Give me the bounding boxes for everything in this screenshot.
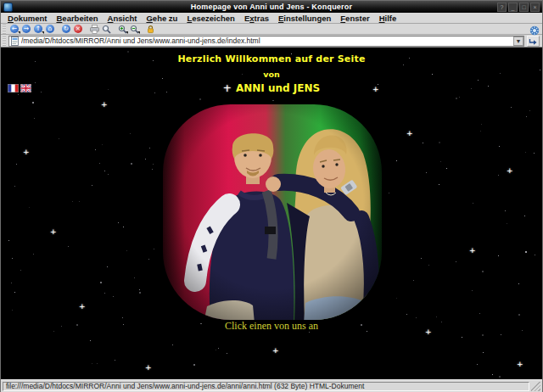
kde-gear-icon — [529, 24, 540, 39]
stop-button[interactable]: × — [72, 24, 84, 34]
menu-item-lesezeichen[interactable]: Lesezeichen — [187, 14, 235, 23]
zoom-out-button[interactable] — [128, 24, 140, 34]
click-caption-link[interactable]: Click einen von uns an — [1, 320, 542, 333]
printer-icon — [90, 25, 99, 34]
page-heading: Herzlich Willkommen auf der Seite von +A… — [1, 53, 542, 94]
menu-item-ansicht[interactable]: Ansicht — [108, 14, 137, 23]
back-button[interactable]: ← — [8, 24, 20, 34]
title-bar[interactable]: Homepage von Anni und Jens - Konqueror ?… — [1, 1, 542, 13]
menu-item-bearbeiten[interactable]: Bearbeiten — [56, 14, 98, 23]
menu-item-gehe-zu[interactable]: Gehe zu — [146, 14, 177, 23]
location-dropdown-button[interactable]: ▼ — [513, 36, 523, 46]
minimize-button[interactable]: _ — [508, 3, 518, 12]
status-bar: file:///media/D/htdocs/MIRROR/Anni und J… — [1, 379, 542, 392]
window-title: Homepage von Anni und Jens - Konqueror — [1, 3, 542, 11]
flag-france[interactable] — [8, 84, 19, 92]
html-file-icon — [11, 36, 19, 46]
flag-united-kingdom[interactable] — [20, 84, 31, 92]
konqueror-icon — [3, 3, 13, 12]
stop-circle-icon: × — [74, 25, 82, 33]
location-field[interactable]: /media/D/htdocs/MIRROR/Anni und Jens/www… — [8, 36, 524, 47]
menu-item-hilfe[interactable]: Hilfe — [379, 14, 397, 23]
anni-jens-photo[interactable] — [158, 101, 387, 323]
menu-bar: DokumentBearbeitenAnsichtGehe zuLesezeic… — [1, 13, 542, 24]
print-button[interactable] — [88, 24, 100, 34]
window-buttons: ? _ □ × — [497, 3, 540, 12]
padlock-icon — [146, 25, 155, 34]
menu-item-extras[interactable]: Extras — [244, 14, 269, 23]
arrow-right-circle-icon: → — [22, 25, 31, 33]
addressbar-drag-handle[interactable] — [3, 36, 6, 46]
zoom-in-button[interactable] — [116, 24, 128, 34]
reload-button[interactable]: ↻ — [60, 24, 72, 34]
status-text: file:///media/D/htdocs/MIRROR/Anni und J… — [3, 382, 529, 391]
von-line: von — [1, 70, 542, 79]
menu-item-dokument[interactable]: Dokument — [8, 14, 47, 23]
forward-button[interactable]: → — [20, 24, 32, 34]
names-line: +ANNI und JENS — [1, 82, 542, 94]
welcome-line: Herzlich Willkommen auf der Seite — [1, 53, 542, 64]
location-input[interactable]: /media/D/htdocs/MIRROR/Anni und Jens/www… — [21, 36, 513, 45]
security-lock-button[interactable] — [144, 24, 156, 34]
magnifier-icon — [102, 25, 111, 34]
main-toolbar: ← → ↑ ⌂ ↻ × — [1, 24, 542, 35]
home-button[interactable]: ⌂ — [44, 24, 56, 34]
language-flags — [8, 84, 31, 92]
zoom-out-dropdown-icon — [137, 31, 140, 34]
toolbar-drag-handle[interactable] — [3, 25, 6, 34]
sparkle-star-icon: + — [223, 82, 232, 94]
close-button[interactable]: × — [530, 3, 540, 12]
menu-item-fenster[interactable]: Fenster — [340, 14, 369, 23]
reload-circle-icon: ↻ — [62, 25, 70, 33]
menu-item-einstellungen[interactable]: Einstellungen — [278, 14, 331, 23]
up-button[interactable]: ↑ — [32, 24, 44, 34]
help-window-button[interactable]: ? — [497, 3, 507, 12]
maximize-button[interactable]: □ — [519, 3, 529, 12]
konqueror-window: Homepage von Anni und Jens - Konqueror ?… — [0, 0, 543, 392]
zoom-fit-button[interactable] — [100, 24, 112, 34]
address-bar: /media/D/htdocs/MIRROR/Anni und Jens/www… — [1, 35, 542, 48]
home-circle-icon: ⌂ — [46, 25, 54, 33]
browser-viewport: ++++++++++++ Herzlich Willkommen auf der… — [1, 48, 542, 379]
resize-grip[interactable] — [531, 382, 540, 391]
